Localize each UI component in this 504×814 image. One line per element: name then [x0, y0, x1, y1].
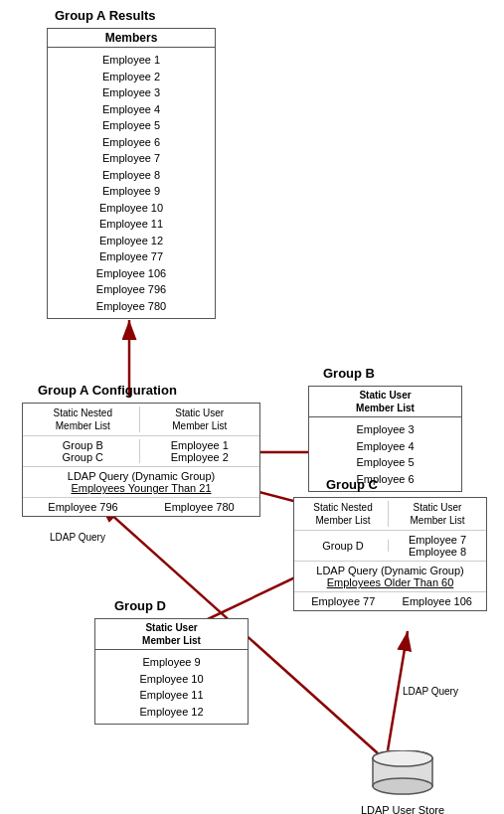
member-106: Employee 106: [54, 265, 209, 282]
group-c-box: Static NestedMember List Static UserMemb…: [293, 497, 487, 611]
member-6: Employee 6: [54, 134, 209, 151]
member-2: Employee 2: [54, 69, 209, 85]
group-b-title: Group B: [323, 366, 375, 381]
group-a-ldap-section: LDAP Query (Dynamic Group) Employees You…: [23, 467, 259, 498]
group-a-results-title: Group A Results: [55, 8, 156, 23]
group-a-results-members: Employee 1 Employee 2 Employee 3 Employe…: [48, 48, 215, 318]
group-a-emp780: Employee 780: [143, 501, 255, 513]
static-user-label-a: Static UserMember List: [144, 407, 256, 432]
group-a-results-header: Members: [48, 29, 215, 48]
group-c-emp106: Employee 106: [393, 595, 483, 607]
svg-point-11: [373, 750, 432, 766]
ldap-dynamic-label-a: LDAP Query (Dynamic Group): [29, 470, 253, 482]
member-9: Employee 9: [54, 183, 209, 200]
ldap-query-text-c: Employees Older Than 60: [300, 576, 480, 588]
ldap-query-text-a: Employees Younger Than 21: [29, 482, 253, 494]
d-emp11: Employee 11: [101, 687, 242, 704]
member-11: Employee 11: [54, 216, 209, 233]
group-c-user-label: Static UserMember List: [393, 501, 482, 527]
nested-group-c: Group C: [27, 451, 139, 463]
ldap-query-label-left: LDAP Query: [50, 532, 105, 543]
member-1: Employee 1: [54, 52, 209, 69]
group-b-box: Static UserMember List Employee 3 Employ…: [308, 386, 462, 492]
d-emp12: Employee 12: [101, 704, 242, 721]
static-nested-label: Static NestedMember List: [27, 407, 140, 432]
group-a-emp796: Employee 796: [27, 501, 139, 513]
nested-group-b: Group B: [27, 439, 139, 451]
group-b-header: Static UserMember List: [309, 387, 461, 417]
group-a-config-title: Group A Configuration: [38, 383, 177, 398]
b-emp5: Employee 5: [315, 454, 455, 471]
member-5: Employee 5: [54, 117, 209, 134]
b-emp3: Employee 3: [315, 421, 455, 438]
member-10: Employee 10: [54, 200, 209, 217]
c-emp7: Employee 7: [393, 534, 482, 546]
svg-point-10: [373, 778, 432, 794]
group-a-results-box: Members Employee 1 Employee 2 Employee 3…: [47, 28, 216, 319]
c-nested-groupd: Group D: [298, 540, 388, 552]
ldap-user-store: LDAP User Store (Containing 10,000 Users…: [338, 750, 467, 814]
group-d-header: Static UserMember List: [95, 619, 248, 650]
ldap-store-label1: LDAP User Store: [338, 804, 467, 814]
group-c-user-members: Employee 7 Employee 8: [393, 534, 482, 558]
group-c-emp77: Employee 77: [298, 595, 389, 607]
c-emp8: Employee 8: [393, 546, 482, 558]
group-c-title: Group C: [326, 477, 378, 492]
member-780: Employee 780: [54, 298, 209, 315]
group-a-user-members: Employee 1 Employee 2: [144, 439, 256, 463]
d-emp9: Employee 9: [101, 654, 242, 671]
user-emp2: Employee 2: [144, 451, 256, 463]
group-a-config-box: Static NestedMember List Static UserMemb…: [22, 403, 260, 517]
member-77: Employee 77: [54, 248, 209, 265]
member-4: Employee 4: [54, 101, 209, 118]
group-c-nested-members: Group D: [298, 540, 389, 552]
member-12: Employee 12: [54, 233, 209, 249]
group-a-nested-members: Group B Group C: [27, 439, 140, 463]
ldap-dynamic-label-c: LDAP Query (Dynamic Group): [300, 565, 480, 576]
group-c-nested-label: Static NestedMember List: [298, 501, 389, 527]
group-c-ldap-section: LDAP Query (Dynamic Group) Employees Old…: [294, 562, 486, 592]
group-d-box: Static UserMember List Employee 9 Employ…: [94, 618, 249, 725]
group-d-members: Employee 9 Employee 10 Employee 11 Emplo…: [95, 650, 248, 724]
member-796: Employee 796: [54, 281, 209, 298]
b-emp4: Employee 4: [315, 438, 455, 455]
group-d-title: Group D: [114, 598, 166, 613]
d-emp10: Employee 10: [101, 671, 242, 688]
user-emp1: Employee 1: [144, 439, 256, 451]
member-7: Employee 7: [54, 150, 209, 167]
member-8: Employee 8: [54, 167, 209, 184]
ldap-query-label-right: LDAP Query: [403, 686, 458, 697]
member-3: Employee 3: [54, 84, 209, 101]
